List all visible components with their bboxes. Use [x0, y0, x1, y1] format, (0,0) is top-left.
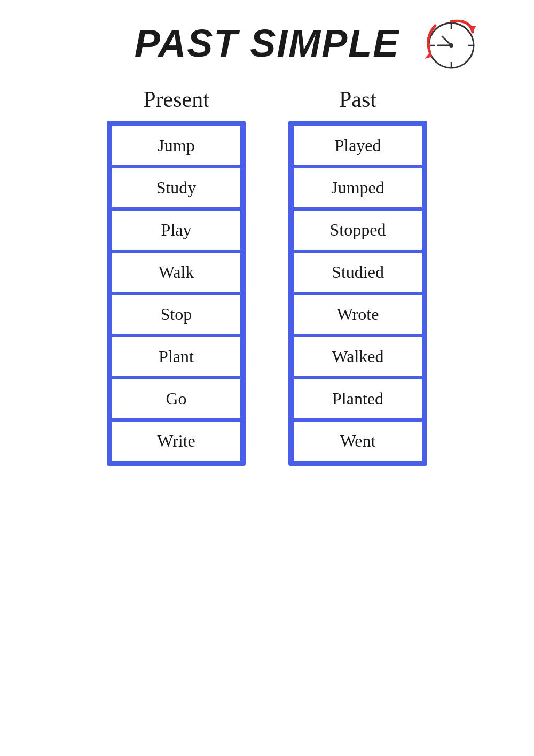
present-word-walk: Walk [112, 253, 240, 292]
present-word-jump: Jump [112, 126, 240, 165]
past-word-planted: Planted [294, 379, 422, 418]
svg-marker-8 [469, 26, 476, 32]
past-word-walked: Walked [294, 337, 422, 376]
present-word-go: Go [112, 379, 240, 418]
past-word-played: Played [294, 126, 422, 165]
page-title: PAST SIMPLE [135, 21, 400, 65]
past-word-stopped: Stopped [294, 211, 422, 250]
present-word-write: Write [112, 422, 240, 461]
present-word-plant: Plant [112, 337, 240, 376]
clock-icon [422, 16, 481, 75]
present-word-study: Study [112, 168, 240, 207]
past-word-jumped: Jumped [294, 168, 422, 207]
columns-container: Present Jump Study Play Walk Stop Plant … [11, 87, 523, 466]
header-area: PAST SIMPLE [11, 21, 523, 65]
present-word-play: Play [112, 211, 240, 250]
past-word-wrote: Wrote [294, 295, 422, 334]
past-word-went: Went [294, 422, 422, 461]
present-column: Present Jump Study Play Walk Stop Plant … [107, 87, 246, 466]
svg-point-7 [449, 43, 453, 48]
past-column-header: Past [339, 87, 376, 112]
past-word-studied: Studied [294, 253, 422, 292]
present-word-stop: Stop [112, 295, 240, 334]
past-word-list: Played Jumped Stopped Studied Wrote Walk… [288, 121, 427, 466]
present-column-header: Present [143, 87, 209, 112]
present-word-list: Jump Study Play Walk Stop Plant Go Write [107, 121, 246, 466]
past-column: Past Played Jumped Stopped Studied Wrote… [288, 87, 427, 466]
